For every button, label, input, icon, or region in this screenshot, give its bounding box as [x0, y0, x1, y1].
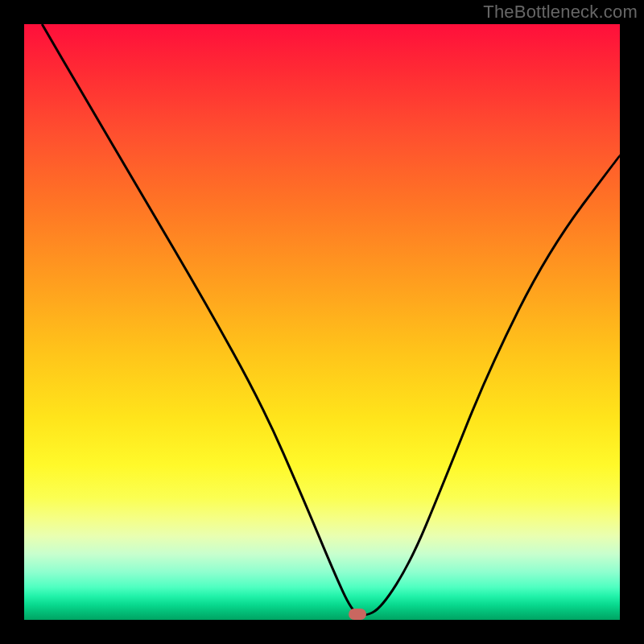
optimal-point-marker	[349, 609, 366, 620]
curve-path	[42, 24, 620, 615]
plot-area	[24, 24, 620, 620]
chart-frame: TheBottleneck.com	[0, 0, 644, 644]
watermark-text: TheBottleneck.com	[483, 2, 638, 23]
bottleneck-curve	[24, 24, 620, 620]
